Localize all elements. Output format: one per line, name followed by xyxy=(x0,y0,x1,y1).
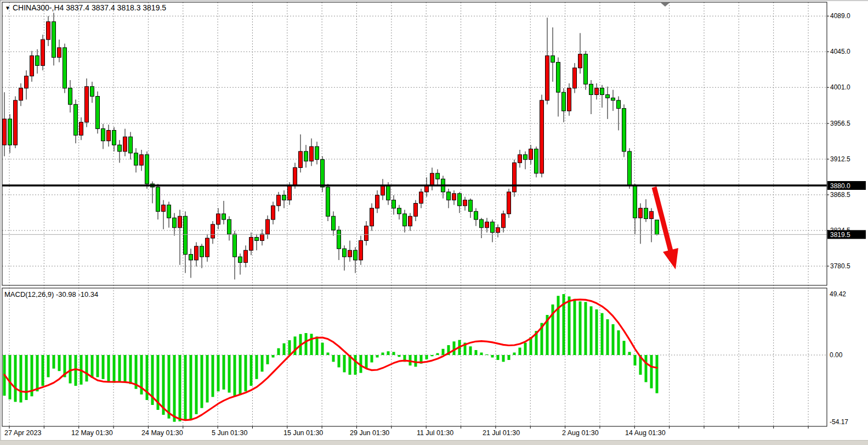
candlestick xyxy=(332,216,336,230)
macd-histogram-bar xyxy=(179,355,181,421)
candlestick xyxy=(173,218,177,228)
macd-histogram-bar xyxy=(266,355,269,364)
candlestick xyxy=(644,208,648,218)
macd-histogram-bar xyxy=(343,355,346,372)
candlestick xyxy=(589,84,593,94)
macd-histogram-bar xyxy=(69,355,72,384)
candlestick xyxy=(535,149,538,173)
macd-histogram-bar xyxy=(9,355,12,399)
macd-histogram-bar xyxy=(234,355,236,396)
candlestick xyxy=(134,153,138,165)
window-bottom-edge xyxy=(0,440,868,445)
candlestick xyxy=(529,149,533,160)
candlestick xyxy=(41,40,45,65)
macd-indicator-label: MACD(12,26,9) -30.98 -10.34 xyxy=(4,290,98,298)
candlestick xyxy=(195,246,198,260)
candlestick xyxy=(112,131,116,145)
macd-histogram-bar xyxy=(316,336,319,355)
candlestick xyxy=(387,185,390,200)
macd-histogram-bar xyxy=(75,355,77,386)
macd-histogram-bar xyxy=(524,343,527,355)
candlestick xyxy=(118,145,122,151)
candlestick xyxy=(485,222,489,227)
chart-title: ▼CHINA300-,H4 3837.4 3837.4 3818.3 3819.… xyxy=(5,3,166,12)
candlestick xyxy=(447,192,451,200)
macd-histogram-bar xyxy=(365,355,368,369)
macd-histogram-bar xyxy=(20,355,22,402)
candlestick xyxy=(584,54,588,85)
macd-histogram-bar xyxy=(53,355,55,369)
price-axis[interactable] xyxy=(827,0,868,426)
macd-histogram-bar xyxy=(310,334,313,355)
macd-histogram-bar xyxy=(579,301,582,355)
macd-histogram-bar xyxy=(595,309,598,355)
candlestick xyxy=(414,204,418,217)
candlestick xyxy=(606,95,610,98)
candlestick xyxy=(480,219,484,228)
candlestick xyxy=(595,88,599,95)
candlestick xyxy=(233,234,237,257)
candlestick xyxy=(409,216,412,226)
macd-histogram-bar xyxy=(469,346,472,355)
candlestick xyxy=(123,137,127,151)
time-axis[interactable] xyxy=(0,426,827,440)
candlestick xyxy=(293,168,297,185)
macd-histogram-bar xyxy=(184,355,187,420)
chart-canvas[interactable]: 4089.04045.04001.03956.53912.53868.53824… xyxy=(0,0,868,445)
macd-histogram-bar xyxy=(261,355,264,371)
candlestick xyxy=(217,214,220,224)
candlestick xyxy=(403,214,407,226)
macd-histogram-bar xyxy=(327,353,330,355)
candlestick xyxy=(568,88,571,111)
candlestick xyxy=(244,250,248,262)
candlestick xyxy=(376,195,379,209)
symbol-dropdown-icon[interactable]: ▼ xyxy=(5,5,10,11)
candlestick xyxy=(326,187,330,216)
macd-histogram-bar xyxy=(168,355,171,419)
macd-histogram-bar xyxy=(332,355,335,362)
candlestick xyxy=(354,250,358,260)
candlestick xyxy=(573,68,577,88)
candlestick xyxy=(430,173,434,185)
macd-histogram-bar xyxy=(387,351,390,355)
candlestick xyxy=(562,92,566,111)
macd-histogram-bar xyxy=(118,355,121,382)
candlestick xyxy=(299,151,303,168)
candlestick xyxy=(288,185,292,200)
candlestick xyxy=(107,131,111,141)
macd-histogram-bar xyxy=(250,355,253,386)
macd-histogram-bar xyxy=(124,355,127,382)
macd-histogram-bar xyxy=(305,333,308,355)
candlestick xyxy=(611,98,615,100)
macd-histogram-bar xyxy=(612,324,615,355)
macd-histogram-bar xyxy=(42,355,44,386)
chart-window: 4089.04045.04001.03956.53912.53868.53824… xyxy=(0,0,868,445)
macd-histogram-bar xyxy=(590,306,593,355)
candlestick xyxy=(162,205,166,211)
macd-histogram-bar xyxy=(239,355,242,395)
macd-histogram-bar xyxy=(431,355,434,356)
candlestick xyxy=(156,187,160,211)
symbol-period-label: CHINA300-,H4 xyxy=(13,3,64,12)
candlestick xyxy=(518,155,522,163)
macd-histogram-bar xyxy=(480,353,483,355)
macd-histogram-bar xyxy=(415,355,417,367)
candlestick xyxy=(80,122,83,136)
candlestick xyxy=(282,195,286,200)
candlestick xyxy=(36,56,39,66)
candlestick xyxy=(546,56,549,100)
candlestick xyxy=(524,155,527,160)
candlestick xyxy=(540,100,544,173)
candlestick xyxy=(496,228,500,233)
macd-histogram-bar xyxy=(283,343,286,355)
candlestick xyxy=(359,240,363,260)
macd-histogram-bar xyxy=(113,355,116,383)
candlestick xyxy=(96,97,100,129)
macd-histogram-bar xyxy=(245,355,247,391)
macd-histogram-bar xyxy=(36,355,39,391)
macd-histogram-bar xyxy=(645,355,648,382)
candlestick xyxy=(228,219,231,234)
candlestick xyxy=(502,214,506,228)
macd-histogram-bar xyxy=(376,355,379,357)
candlestick xyxy=(178,216,182,228)
